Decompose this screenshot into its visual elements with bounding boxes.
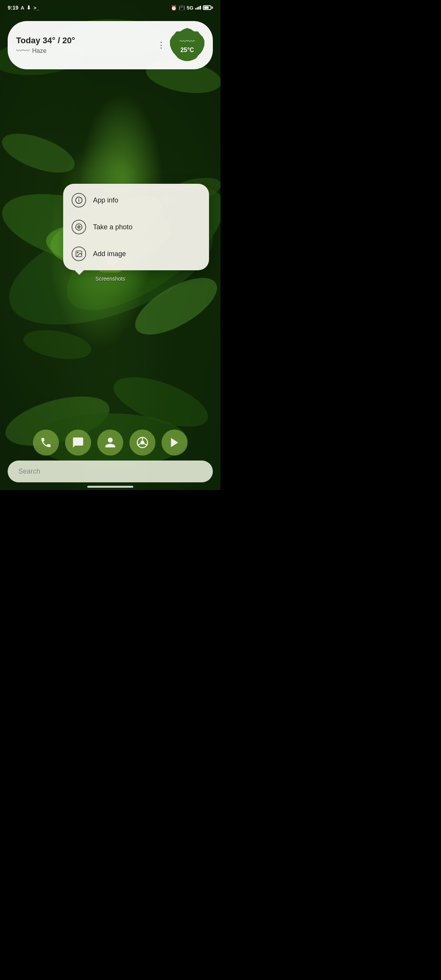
svg-point-28 (77, 252, 78, 253)
terminal-icon: >_ (33, 5, 39, 11)
context-menu-item-take-photo[interactable]: Take a photo (63, 214, 209, 240)
dock-chrome[interactable] (129, 430, 155, 456)
weather-condition: Haze (32, 47, 46, 54)
svg-point-33 (140, 441, 145, 445)
weather-temperature: Today 34° / 20° (16, 36, 152, 46)
signal-icon (195, 6, 201, 10)
app-info-label: App info (93, 196, 118, 204)
svg-point-8 (127, 267, 220, 346)
info-icon (72, 193, 86, 207)
status-right: ⏰ 📳 5G (171, 5, 213, 11)
svg-point-9 (21, 325, 93, 364)
svg-marker-37 (171, 438, 178, 447)
weather-wave-icon: 〰〰 (180, 37, 195, 46)
5g-indicator: 5G (187, 5, 193, 11)
camera-icon (72, 220, 86, 234)
svg-point-7 (0, 126, 80, 181)
dock-messages[interactable] (65, 430, 91, 456)
image-icon (72, 247, 86, 261)
weather-current-temp: 25°C (180, 47, 194, 54)
haze-icon: 〰〰 (16, 47, 30, 55)
search-bar[interactable]: Search (8, 461, 213, 482)
time-display: 9:19 (8, 5, 18, 11)
add-image-label: Add image (93, 250, 126, 258)
search-placeholder: Search (18, 467, 40, 475)
context-menu: App info Take a photo Add image (63, 184, 209, 270)
weather-description: 〰〰 Haze (16, 47, 152, 55)
vibrate-icon: 📳 (179, 5, 185, 11)
dock-contacts[interactable] (97, 430, 123, 456)
weather-badge: 〰〰 25°C (170, 28, 204, 62)
download-icon: ⬇ (26, 5, 31, 11)
weather-widget[interactable]: Today 34° / 20° 〰〰 Haze ⋮ 〰〰 25°C (8, 21, 213, 69)
weather-info: Today 34° / 20° 〰〰 Haze (16, 36, 152, 55)
battery-icon (203, 5, 213, 10)
context-menu-item-app-info[interactable]: App info (63, 187, 209, 214)
context-menu-item-add-image[interactable]: Add image (63, 240, 209, 267)
screenshots-label: Screenshots (95, 276, 125, 282)
weather-menu-button[interactable]: ⋮ (152, 40, 170, 50)
status-left: 9:19 A ⬇ >_ (8, 5, 39, 11)
status-bar: 9:19 A ⬇ >_ ⏰ 📳 5G (0, 0, 220, 15)
font-a-icon: A (21, 5, 24, 11)
alarm-icon: ⏰ (171, 5, 177, 11)
dock-play-store[interactable] (162, 430, 188, 456)
svg-line-36 (144, 444, 147, 445)
dock-phone[interactable] (33, 430, 59, 456)
svg-point-22 (78, 227, 79, 227)
home-indicator[interactable] (87, 486, 133, 488)
svg-point-15 (108, 367, 214, 437)
take-photo-label: Take a photo (93, 223, 132, 231)
svg-line-35 (138, 444, 140, 445)
dock (0, 430, 220, 456)
